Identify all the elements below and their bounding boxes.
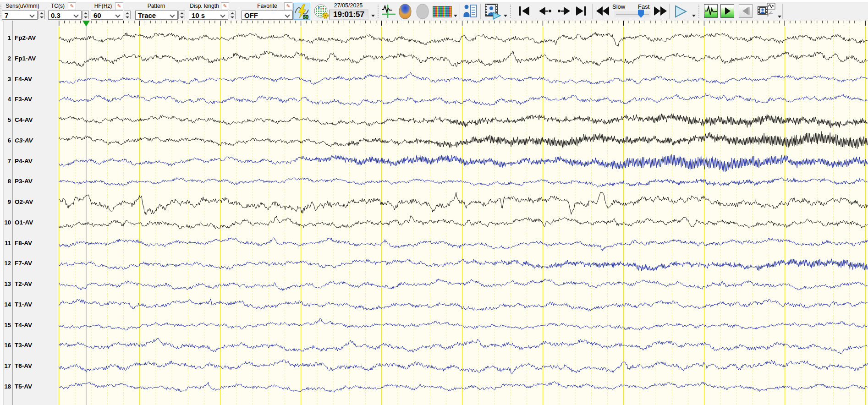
record-time-display[interactable]: 19:01:57 [329,10,368,20]
tc-combobox[interactable]: 0.3 [48,11,82,20]
skip-to-start-button[interactable] [518,5,532,19]
channel-label[interactable]: P4-AV [15,158,33,164]
montage-head-gear-button[interactable] [313,3,330,20]
hf-edit-pencil-icon[interactable]: ✎ [115,2,123,10]
hf-spinner[interactable] [124,11,131,20]
rewind-button[interactable] [595,5,610,19]
spin-down-icon[interactable] [124,15,131,19]
speed-slider[interactable] [614,11,651,17]
channel-label[interactable]: T5-AV [15,383,32,390]
back-window-icon [739,5,752,17]
favorite-combobox[interactable]: OFF [242,11,293,20]
sens-combobox[interactable]: 7 [2,11,38,20]
channel-label[interactable]: Fp2-AV [15,34,36,41]
ruler-major-ticks[interactable] [59,21,866,26]
back-window-button-disabled [739,4,753,18]
channel-label[interactable]: O1-AV [15,219,33,226]
tc-label: TC(s) [48,3,68,9]
toolbar-end-border [782,4,783,19]
channel-number: 10 [4,219,11,226]
channel-row-T5-AV[interactable]: 18T5-AV [4,383,58,391]
play-button[interactable] [674,5,687,20]
clip-scissors-button[interactable]: ✂ [757,3,776,20]
toolbar-separator [480,4,481,19]
channel-row-F3-AV[interactable]: 4F3-AV [4,96,58,104]
channel-label[interactable]: P3-AV [15,178,33,185]
spin-down-icon[interactable] [178,15,185,19]
favorite-edit-pencil-icon[interactable]: ✎ [284,2,292,10]
channel-label[interactable]: F8-AV [15,240,32,246]
topo-map-button[interactable] [398,4,412,19]
channel-label[interactable]: F7-AV [15,260,32,267]
toolbar-separator [698,5,700,18]
topo-map-disabled-button [415,4,430,19]
position-marker-icon[interactable] [82,21,90,27]
view-dropdown-arrow-icon[interactable] [454,15,457,17]
channel-row-C4-AV[interactable]: 5C4-AV [4,116,58,125]
channel-label[interactable]: T6-AV [15,362,32,369]
channel-label[interactable]: F4-AV [15,76,32,82]
montage-head-icon [313,3,330,20]
pattern-spinner[interactable] [178,11,185,20]
channel-label[interactable]: T1-AV [15,301,32,308]
channel-label[interactable]: O2-AV [15,198,33,205]
eeg-trace-area[interactable] [59,21,868,405]
channel-row-T4-AV[interactable]: 15T4-AV [4,322,58,330]
spin-down-icon[interactable] [38,15,45,19]
channel-label[interactable]: T3-AV [15,342,32,349]
channel-row-T1-AV[interactable]: 14T1-AV [4,301,58,309]
play-dropdown-arrow-icon[interactable] [692,15,696,17]
channel-row-T6-AV[interactable]: 17T6-AV [4,362,58,371]
fast-forward-button[interactable] [653,5,668,19]
channel-row-Fp2-AV[interactable]: 1Fp2-AV [4,34,58,43]
wave-window-button[interactable] [704,4,718,18]
dsa-spectrogram-button[interactable] [433,6,452,17]
eeg-trace-F8-AV [59,238,868,251]
channel-label[interactable]: C3-AV [15,137,33,144]
clip-dropdown-arrow-icon[interactable] [778,16,781,18]
record-date: 27/05/2025 [328,2,368,9]
channel-row-P3-AV[interactable]: 8P3-AV [4,178,58,186]
video-dropdown-arrow-icon[interactable] [504,15,507,17]
channel-label[interactable]: T4-AV [15,322,32,328]
channel-label[interactable]: T2-AV [15,280,32,287]
channel-row-O2-AV[interactable]: 9O2-AV [4,198,58,207]
channel-row-F8-AV[interactable]: 11F8-AV [4,240,58,248]
video-clip-button[interactable] [484,3,501,20]
channel-row-T3-AV[interactable]: 16T3-AV [4,342,58,350]
sens-spinner[interactable] [38,11,45,20]
ac-filter-50-button[interactable]: 50 [293,3,310,20]
step-forward-button[interactable] [556,5,572,19]
disp-length-spinner[interactable] [229,11,236,20]
hf-combobox[interactable]: 60 [91,11,123,20]
channel-row-O1-AV[interactable]: 10O1-AV [4,219,58,227]
channel-row-F7-AV[interactable]: 12F7-AV [4,260,58,268]
eeg-trace-C4-AV [59,114,868,128]
channel-row-C3-AV[interactable]: 6C3-AV [4,137,58,145]
channel-label[interactable]: F3-AV [15,96,32,103]
channel-row-T2-AV[interactable]: 13T2-AV [4,280,58,289]
pattern-combobox[interactable]: Trace [135,11,178,20]
channel-row-P4-AV[interactable]: 7P4-AV [4,158,58,166]
speed-slider-thumb[interactable] [638,10,644,18]
channel-label[interactable]: C4-AV [15,116,33,123]
hf-label: HF(Hz) [92,3,115,9]
eeg-trace-F4-AV [59,72,868,85]
spin-down-icon[interactable] [229,15,236,19]
tc-edit-pencil-icon[interactable]: ✎ [68,2,76,10]
channel-row-F4-AV[interactable]: 3F4-AV [4,76,58,84]
channel-label[interactable]: Fp1-AV [15,55,36,62]
patient-info-button[interactable] [463,4,477,19]
disp-length-edit-pencil-icon[interactable]: ✎ [221,2,229,10]
channel-row-Fp1-AV[interactable]: 2Fp1-AV [4,55,58,63]
spin-down-icon[interactable] [82,15,89,19]
play-window-button[interactable] [720,4,734,18]
trace-review-button[interactable] [381,4,396,18]
ac-filter-badge: 50 [303,14,308,19]
step-back-button[interactable] [537,5,553,19]
time-dropdown-arrow-icon[interactable] [371,15,375,17]
disp-length-combobox[interactable]: 10 s [189,11,228,20]
skip-to-end-button[interactable] [574,5,588,19]
eeg-trace-O2-AV [59,192,868,215]
tc-spinner[interactable] [82,11,89,20]
